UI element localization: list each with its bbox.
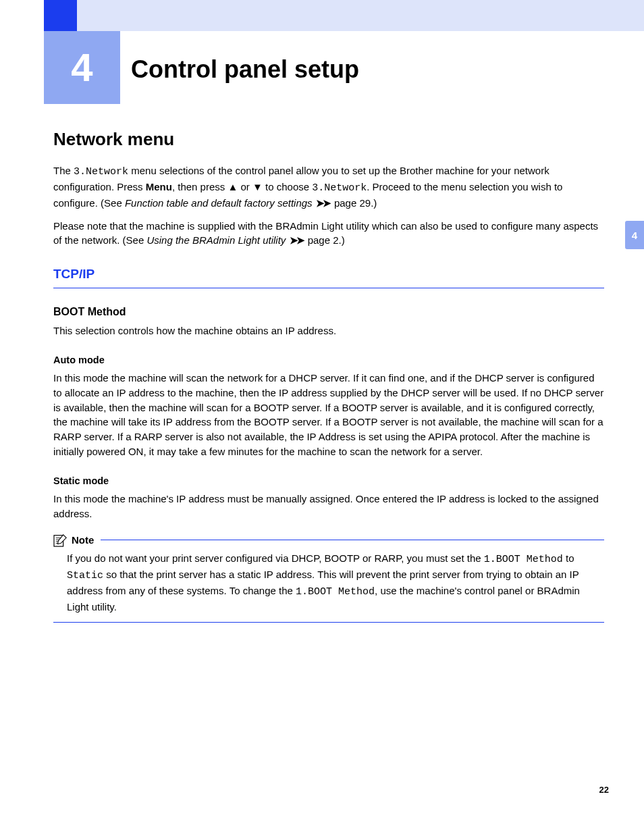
mono-3network: 3.Network	[74, 166, 128, 178]
side-tab: 4	[625, 221, 644, 249]
page-number: 22	[599, 784, 609, 796]
intro-paragraph-2: Please note that the machine is supplied…	[53, 219, 604, 249]
note-rule-bottom	[53, 622, 604, 623]
chapter-number-box: 4	[44, 31, 120, 104]
heading-tcpip: TCP/IP	[53, 265, 604, 288]
mono-boot-method-1: 1.BOOT Method	[484, 554, 563, 565]
note-pencil-icon	[53, 533, 68, 547]
down-arrow-icon: ▼	[252, 181, 263, 192]
heading-boot-method: BOOT Method	[53, 305, 604, 319]
chapter-number: 4	[71, 40, 92, 95]
xref-function-table[interactable]: Function table and default factory setti…	[125, 197, 313, 209]
bold-menu: Menu	[146, 181, 172, 192]
note-header: Note	[53, 533, 604, 547]
note-body: If you do not want your print server con…	[53, 551, 604, 614]
chapter-title: Control panel setup	[131, 53, 359, 86]
mono-boot-method-2: 1.BOOT Method	[296, 586, 375, 598]
header-banner	[77, 0, 644, 31]
double-arrow-icon: ➤➤	[316, 196, 329, 211]
note-label: Note	[72, 533, 94, 547]
heading-static-mode: Static mode	[53, 474, 604, 488]
boot-method-desc: This selection controls how the machine …	[53, 323, 604, 338]
header-accent-square	[44, 0, 77, 31]
double-arrow-icon: ➤➤	[290, 233, 303, 248]
note-rule-top	[101, 540, 604, 540]
page-content: Network menu The 3.Network menu selectio…	[53, 127, 604, 623]
up-arrow-icon: ▲	[227, 181, 238, 192]
side-tab-label: 4	[632, 228, 637, 242]
section-heading-network-menu: Network menu	[53, 127, 604, 151]
mono-3network-2: 3.Network	[312, 182, 367, 194]
heading-auto-mode: Auto mode	[53, 353, 604, 367]
auto-mode-body: In this mode the machine will scan the n…	[53, 371, 604, 459]
intro-paragraph-1: The 3.Network menu selections of the con…	[53, 163, 604, 210]
static-mode-body: In this mode the machine's IP address mu…	[53, 492, 604, 521]
mono-static: Static	[67, 570, 103, 581]
note-block: Note If you do not want your print serve…	[53, 533, 604, 623]
xref-bradmin-light[interactable]: Using the BRAdmin Light utility	[146, 234, 286, 246]
